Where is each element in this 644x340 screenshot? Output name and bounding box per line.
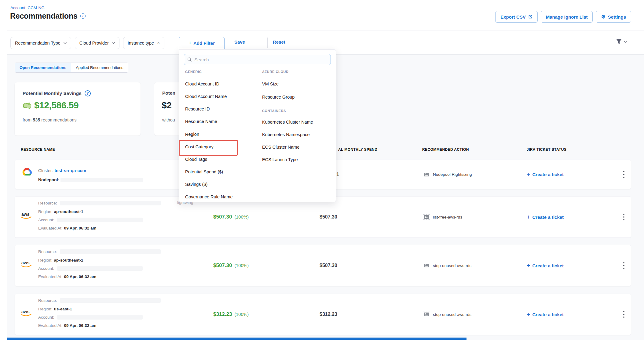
region-value: ap-southeast-1 bbox=[54, 209, 83, 214]
settings-label: Settings bbox=[608, 14, 626, 20]
filter-option-governance-rule-name[interactable]: Governance Rule Name bbox=[185, 194, 233, 199]
table-row[interactable]: aws Resource: Region:ap-southeast-1 Acco… bbox=[15, 245, 631, 286]
filter-panel-toggle[interactable] bbox=[616, 39, 627, 45]
row-menu-kebab-icon[interactable] bbox=[618, 160, 630, 189]
card-title-partial: Poten bbox=[162, 90, 175, 96]
tab-applied-recommendations[interactable]: Applied Recommendations bbox=[71, 63, 128, 72]
chevron-down-icon bbox=[64, 42, 67, 44]
potential-monthly-savings-card: Potential Monthly Savings ? $12,586.59 f… bbox=[15, 82, 141, 136]
broken-image-icon bbox=[423, 172, 430, 177]
info-icon[interactable]: i bbox=[80, 13, 86, 19]
filter-option-resource-name[interactable]: Resource Name bbox=[185, 119, 217, 124]
filter-option-vm-size[interactable]: VM Size bbox=[262, 81, 279, 86]
export-csv-label: Export CSV bbox=[500, 14, 526, 20]
create-ticket-button[interactable]: + Create a ticket bbox=[527, 245, 564, 286]
row-menu-kebab-icon[interactable] bbox=[618, 294, 630, 335]
savings-percent: (100%) bbox=[234, 263, 249, 268]
recommended-action-label: stop-unused-aws-rds bbox=[433, 312, 471, 317]
create-ticket-button[interactable]: + Create a ticket bbox=[527, 160, 564, 189]
recommendations-tabs: Open Recommendations Applied Recommendat… bbox=[15, 63, 128, 73]
subtext-prefix: from bbox=[23, 118, 31, 122]
filter-option-ecs-launch-type[interactable]: ECS Launch Type bbox=[262, 157, 298, 162]
plus-icon: + bbox=[527, 311, 530, 318]
create-ticket-label: Create a ticket bbox=[532, 263, 564, 268]
row-menu-kebab-icon[interactable] bbox=[618, 197, 630, 237]
breadcrumb[interactable]: Account: CCM-NG bbox=[10, 5, 45, 10]
filter-chip-instance-type[interactable]: Instance type × bbox=[123, 37, 165, 49]
recommended-action-label: list-free-aws-rds bbox=[433, 215, 462, 219]
chip-label: Instance type bbox=[128, 41, 154, 45]
subtext-suffix: recommendations bbox=[41, 118, 76, 122]
chevron-down-icon bbox=[112, 42, 115, 44]
savings-percent: (100%) bbox=[234, 215, 249, 219]
money-icon bbox=[22, 101, 32, 109]
filter-option-cloud-account-id[interactable]: Cloud Account ID bbox=[185, 81, 219, 86]
evaluated-at-label: Evaluated At: bbox=[38, 226, 63, 230]
account-label: Account: bbox=[38, 218, 54, 222]
account-label: Account: bbox=[38, 266, 54, 271]
resource-label: Resource: bbox=[38, 249, 57, 254]
nodepool-label: Nodepool: bbox=[38, 177, 59, 182]
filter-option-kubernetes-cluster-name[interactable]: Kubernetes Cluster Name bbox=[262, 120, 313, 125]
column-header-resource-name: RESOURCE NAME bbox=[21, 147, 55, 152]
resource-label: Resource: bbox=[38, 201, 57, 205]
filter-option-resource-group[interactable]: Resource Group bbox=[262, 95, 295, 99]
cluster-link[interactable]: test-sri-qa-ccm bbox=[54, 168, 86, 173]
settings-button[interactable]: ⚙ Settings bbox=[596, 11, 631, 23]
table-row[interactable]: aws Resource: Region:us-east-1 Account: … bbox=[15, 294, 631, 335]
filter-option-resource-id[interactable]: Resource ID bbox=[185, 107, 210, 111]
filter-option-cloud-account-name[interactable]: Cloud Account Name bbox=[185, 94, 227, 99]
region-label: Region: bbox=[38, 258, 53, 262]
monthly-savings-value: $507.30 bbox=[213, 214, 232, 220]
dropdown-search[interactable] bbox=[184, 54, 331, 65]
create-ticket-button[interactable]: + Create a ticket bbox=[527, 197, 564, 237]
savings-subtext: from 535 recommendations bbox=[23, 118, 77, 122]
monthly-spend-partial: 1 bbox=[336, 172, 339, 177]
evaluated-at-value: 09 Apr, 06:32 am bbox=[64, 323, 97, 328]
add-filter-button[interactable]: + Add Filter bbox=[179, 37, 225, 49]
table-row[interactable]: aws Resource: Region:ap-southeast-1 Acco… bbox=[15, 196, 631, 238]
redacted-value bbox=[57, 218, 143, 222]
card-subtext-partial: withou bbox=[162, 118, 175, 122]
horizontal-scrollbar-thumb[interactable] bbox=[7, 338, 467, 340]
save-filter-button[interactable]: Save bbox=[234, 39, 245, 45]
filter-option-cloud-tags[interactable]: Cloud Tags bbox=[185, 157, 207, 162]
funnel-icon bbox=[616, 39, 622, 45]
divider bbox=[267, 38, 268, 48]
filter-option-kubernetes-namespace[interactable]: Kubernetes Namespace bbox=[262, 132, 310, 137]
filter-chip-recommendation-type[interactable]: Recommendation Type bbox=[10, 37, 71, 49]
filter-option-savings[interactable]: Savings ($) bbox=[185, 182, 207, 187]
column-header-jira-ticket-status: JIRA TICKET STATUS bbox=[527, 147, 566, 152]
redacted-value bbox=[60, 249, 161, 254]
aws-icon: aws bbox=[20, 211, 33, 220]
plus-icon: + bbox=[527, 262, 530, 269]
page-title: Recommendations bbox=[10, 12, 78, 20]
filter-option-potential-spend[interactable]: Potential Spend ($) bbox=[185, 169, 223, 174]
evaluated-at-value: 09 Apr, 06:32 am bbox=[64, 274, 97, 279]
section-heading-azure-cloud: AZURE CLOUD bbox=[262, 70, 289, 74]
filter-option-region[interactable]: Region bbox=[185, 132, 199, 137]
monthly-savings-value: $312.23 bbox=[213, 311, 232, 317]
region-label: Region: bbox=[38, 209, 53, 214]
monthly-spend-value: $507.30 bbox=[320, 263, 337, 268]
help-icon[interactable]: ? bbox=[85, 90, 91, 96]
search-input[interactable] bbox=[194, 57, 327, 62]
filter-chip-cloud-provider[interactable]: Cloud Provider bbox=[75, 37, 119, 49]
filter-option-ecs-cluster-name[interactable]: ECS Cluster Name bbox=[262, 145, 299, 150]
redacted-value bbox=[60, 178, 143, 182]
card-amount-partial: $2 bbox=[162, 100, 171, 110]
filter-option-cost-category[interactable]: Cost Category bbox=[185, 144, 214, 149]
add-filter-dropdown: GENERIC Cloud Account ID Cloud Account N… bbox=[179, 49, 336, 202]
cluster-label: Cluster: bbox=[38, 168, 53, 173]
reset-filter-button[interactable]: Reset bbox=[273, 39, 285, 45]
export-csv-button[interactable]: Export CSV bbox=[495, 11, 538, 23]
tab-open-recommendations[interactable]: Open Recommendations bbox=[15, 63, 71, 72]
card-title: Potential Monthly Savings bbox=[23, 91, 82, 96]
manage-ignore-list-button[interactable]: Manage Ignore List bbox=[541, 11, 593, 23]
row-menu-kebab-icon[interactable] bbox=[618, 245, 630, 286]
add-filter-label: Add Filter bbox=[193, 41, 215, 46]
search-icon bbox=[187, 57, 192, 62]
create-ticket-button[interactable]: + Create a ticket bbox=[527, 294, 564, 335]
evaluated-at-label: Evaluated At: bbox=[38, 274, 63, 279]
remove-chip-icon[interactable]: × bbox=[157, 41, 160, 45]
